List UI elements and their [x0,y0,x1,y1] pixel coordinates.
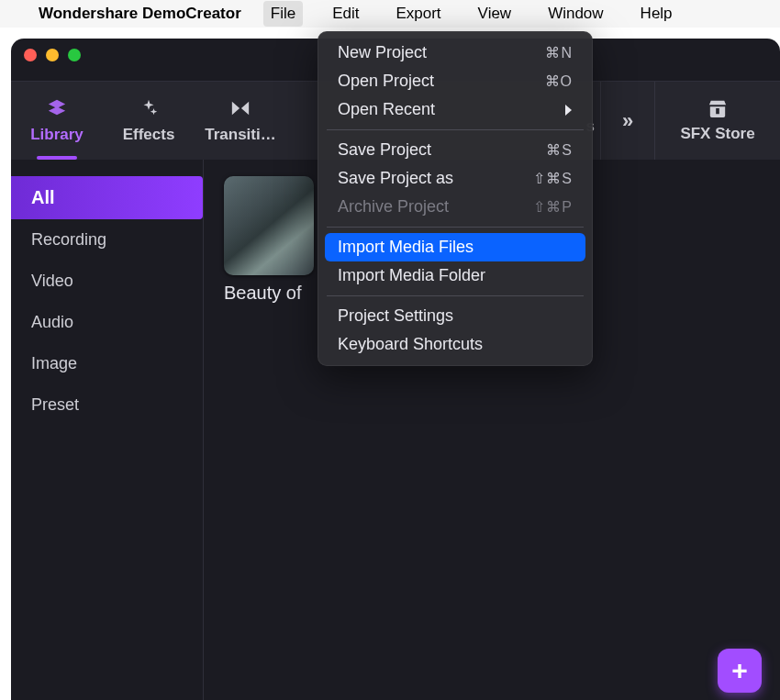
menu-item-label: Project Settings [338,306,453,326]
tab-library[interactable]: Library [11,82,103,160]
app-name: Wondershare DemoCreator [39,5,241,23]
sidebar-item-preset[interactable]: Preset [11,384,203,426]
menu-item-label: Open Recent [338,100,435,119]
menu-item-label: Keyboard Shortcuts [338,335,483,354]
layers-icon [47,98,67,118]
menu-item-label: Import Media Files [338,238,474,257]
window-minimize-button[interactable] [46,49,59,61]
menu-item-label: New Project [338,43,427,62]
menu-item-label: Archive Project [338,197,449,217]
sfx-store-button[interactable]: SFX Store [655,82,780,160]
toolbar-overflow-button[interactable]: » [600,82,655,160]
tab-transitions[interactable]: Transiti… [195,82,286,160]
media-thumbnail [224,176,314,275]
menu-item-keyboard-shortcuts[interactable]: Keyboard Shortcuts [325,330,585,359]
media-item[interactable]: Beauty of [224,176,325,304]
menu-item-import-media-files[interactable]: Import Media Files [325,233,585,261]
bowtie-icon [230,98,251,118]
sidebar-item-all[interactable]: All [11,176,203,219]
sidebar-item-image[interactable]: Image [11,343,203,384]
menu-help[interactable]: Help [633,1,680,27]
menu-item-open-project[interactable]: Open Project ⌘O [325,67,585,95]
sidebar-item-video[interactable]: Video [11,261,203,302]
menu-separator [327,129,584,130]
menu-item-shortcut: ⌘S [546,141,573,159]
macos-menubar: Wondershare DemoCreator File Edit Export… [0,0,780,28]
menu-item-open-recent[interactable]: Open Recent [325,95,585,124]
menu-item-label: Open Project [338,72,434,91]
window-close-button[interactable] [24,49,37,61]
file-menu: New Project ⌘N Open Project ⌘O Open Rece… [318,31,593,366]
menu-item-save-project-as[interactable]: Save Project as ⇧⌘S [325,164,585,193]
menu-item-shortcut: ⇧⌘S [533,170,573,187]
plus-icon: + [731,655,748,686]
menu-item-save-project[interactable]: Save Project ⌘S [325,136,585,164]
library-sidebar: All Recording Video Audio Image Preset [11,160,204,700]
menu-separator [327,227,584,228]
menu-item-shortcut: ⌘O [545,72,573,90]
menu-file[interactable]: File [263,1,303,27]
store-icon [708,99,728,117]
menu-export[interactable]: Export [388,1,448,27]
tab-label: Transiti… [205,126,275,144]
menu-item-project-settings[interactable]: Project Settings [325,302,585,330]
menu-item-archive-project: Archive Project ⇧⌘P [325,193,585,221]
menu-item-label: Save Project as [338,169,453,188]
menu-item-import-media-folder[interactable]: Import Media Folder [325,261,585,290]
menu-item-shortcut: ⇧⌘P [533,198,573,216]
menu-edit[interactable]: Edit [325,1,366,27]
chevron-double-right-icon: » [622,109,633,133]
menu-view[interactable]: View [471,1,519,27]
window-zoom-button[interactable] [68,49,81,61]
tab-label: Library [30,126,84,144]
sfx-store-label: SFX Store [680,125,754,143]
sparkle-icon [139,98,159,118]
menu-item-new-project[interactable]: New Project ⌘N [325,39,585,67]
menu-item-label: Import Media Folder [338,266,485,285]
sidebar-item-audio[interactable]: Audio [11,302,203,343]
chevron-right-icon [563,104,573,117]
sidebar-item-recording[interactable]: Recording [11,219,203,261]
tab-effects[interactable]: Effects [103,82,195,160]
menu-item-shortcut: ⌘N [545,44,573,61]
menu-separator [327,295,584,296]
add-media-fab[interactable]: + [718,649,762,693]
menu-item-label: Save Project [338,140,431,160]
menu-window[interactable]: Window [540,1,610,27]
tab-label: Effects [123,126,175,144]
media-title: Beauty of [224,283,325,304]
